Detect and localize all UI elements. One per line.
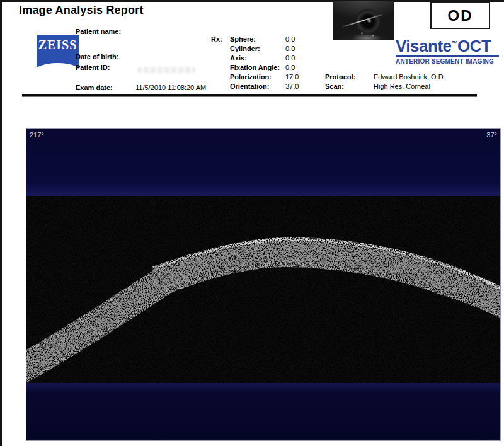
scan-position-line [342, 14, 382, 27]
trademark-symbol: ™ [452, 40, 458, 47]
date-of-birth-label: Date of birth: [76, 53, 118, 60]
page-border-left [0, 0, 2, 446]
visante-oct-logo: Visante™OCT ANTERIOR SEGMENT IMAGING [396, 35, 499, 65]
visante-product-name: Visante [396, 37, 452, 55]
patient-id-label: Patient ID: [76, 64, 110, 71]
page-border-top [0, 0, 504, 2]
rx-axis-label: Axis: [230, 54, 247, 62]
rx-label: Rx: [211, 35, 222, 43]
rx-cylinder-value: 0.0 [285, 45, 295, 52]
rx-orientation-value: 37.0 [285, 83, 299, 90]
scan-label: Scan: [325, 83, 344, 90]
exam-date-value: 11/5/2010 11:08:20 AM [135, 84, 206, 91]
patient-name-label: Patient name: [76, 28, 121, 35]
rx-sphere-label: Sphere: [230, 35, 256, 43]
rx-fixation-angle-value: 0.0 [285, 64, 295, 71]
visante-tagline: ANTERIOR SEGMENT IMAGING [396, 58, 499, 65]
rx-axis-value: 0.0 [285, 54, 295, 62]
eye-side-label: OD [448, 7, 473, 25]
visante-product-suffix: OCT [457, 37, 491, 55]
cornea-cross-section-graphic [26, 129, 500, 440]
visante-wordmark: Visante™OCT [396, 35, 499, 54]
eye-video-thumbnail [333, 1, 394, 40]
scan-value: High Res. Corneal [374, 83, 430, 90]
oct-angle-left: 217° [30, 131, 44, 139]
rx-cylinder-label: Cylinder: [230, 45, 260, 52]
protocol-value: Edward Boshnick, O.D. [374, 73, 445, 81]
rx-polarization-label: Polarization: [230, 73, 272, 81]
rx-orientation-label: Orientation: [230, 83, 269, 90]
oct-scan-image: 217° 37° [26, 128, 501, 441]
page-title: Image Analysis Report [19, 4, 144, 17]
header-divider-rule [22, 94, 477, 97]
rx-fixation-angle-label: Fixation Angle: [230, 64, 280, 71]
zeiss-logo: ZEISS [37, 35, 79, 71]
rx-polarization-value: 17.0 [285, 73, 299, 81]
protocol-label: Protocol: [325, 73, 355, 81]
rx-sphere-value: 0.0 [285, 35, 295, 43]
zeiss-logo-text: ZEISS [37, 38, 79, 52]
eye-side-indicator: OD [430, 2, 490, 29]
patient-id-redacted-value [137, 67, 195, 73]
oct-angle-right: 37° [486, 131, 497, 139]
exam-date-label: Exam date: [76, 84, 113, 91]
